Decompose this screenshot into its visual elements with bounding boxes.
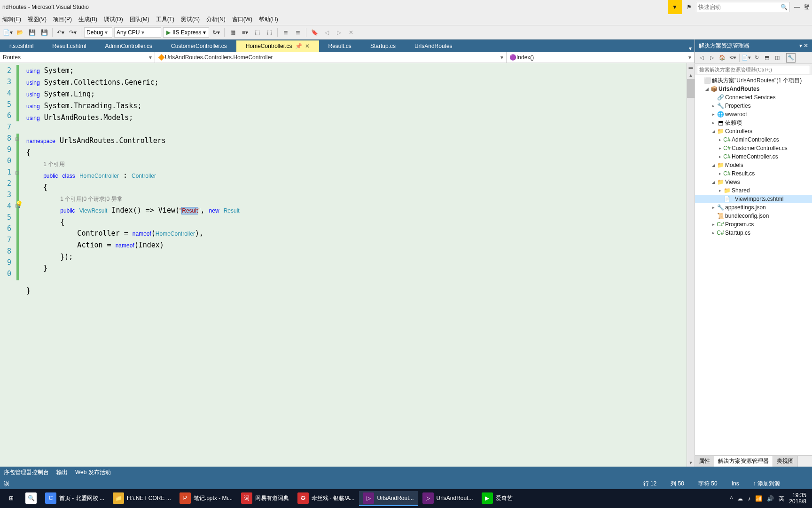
tray-wifi-icon[interactable]: 📶 bbox=[755, 495, 762, 502]
fwd-icon[interactable]: ▷ bbox=[707, 53, 717, 63]
tree-node[interactable]: ⬜解决方案"UrlsAndRoutes"(1 个项目) bbox=[695, 76, 812, 85]
tabs-overflow[interactable]: ▾ bbox=[686, 45, 695, 52]
pin-icon[interactable]: 📌 bbox=[295, 43, 302, 49]
tray-app-icon[interactable]: ♪ bbox=[748, 495, 750, 502]
tree-node[interactable]: ▸🌐wwwroot bbox=[695, 110, 812, 119]
tab-routes[interactable]: UrlsAndRoutes bbox=[405, 40, 462, 52]
run-button[interactable]: ▶IIS Express▾ bbox=[163, 27, 209, 38]
tab-result-cshtml[interactable]: Result.cshtml bbox=[43, 40, 95, 52]
tab-rts[interactable]: rts.cshtml bbox=[0, 40, 43, 52]
tray-chevron-icon[interactable]: ^ bbox=[730, 495, 733, 502]
quick-launch-input[interactable] bbox=[698, 4, 781, 10]
feedback-icon[interactable]: ⚑ bbox=[684, 2, 694, 12]
split-button[interactable]: ▬ bbox=[687, 63, 695, 71]
nav-class[interactable]: 🔶 UrlsAndRoutes.Controllers.HomeControll… bbox=[155, 52, 507, 63]
side-tab-class[interactable]: 类视图 bbox=[773, 456, 798, 467]
redo-button[interactable]: ↷▾ bbox=[68, 27, 78, 38]
solution-search[interactable] bbox=[695, 64, 812, 75]
side-tab-solution[interactable]: 解决方案资源管理器 bbox=[714, 456, 773, 467]
tree-node[interactable]: ◢📁Models bbox=[695, 161, 812, 169]
tab-customer[interactable]: CustomerController.cs bbox=[162, 40, 236, 52]
vertical-scrollbar[interactable]: ▬ ▲ ▼ bbox=[687, 63, 695, 467]
nav-member[interactable]: 🟣 Index() bbox=[507, 52, 695, 63]
solution-icon[interactable]: 📄▾ bbox=[742, 53, 751, 63]
scroll-down-icon[interactable]: ▼ bbox=[687, 459, 695, 467]
tree-node[interactable]: ◢📦UrlsAndRoutes bbox=[695, 85, 812, 93]
task-item[interactable]: ▷UrlsAndRout... bbox=[359, 491, 417, 506]
login-label[interactable]: 登 bbox=[804, 3, 810, 11]
code-editor[interactable]: 2 3 4 5 6 7 8 9 0 1 2 3 4 5 6 7 8 9 0 💡 … bbox=[0, 63, 695, 467]
tray-volume-icon[interactable]: 🔊 bbox=[767, 495, 774, 502]
tree-node[interactable]: 📄_ViewImports.cshtml bbox=[695, 195, 812, 203]
undo-button[interactable]: ↶▾ bbox=[55, 27, 66, 38]
config-combo[interactable]: Debug bbox=[84, 27, 112, 38]
nav-project[interactable]: Routes bbox=[0, 52, 155, 63]
back-icon[interactable]: ◁ bbox=[697, 53, 706, 63]
refresh-icon[interactable]: ↻ bbox=[752, 53, 761, 63]
fold-icon[interactable]: ⊟ bbox=[15, 170, 19, 175]
tree-node[interactable]: ▸C#Startup.cs bbox=[695, 229, 812, 237]
menu-window[interactable]: 窗口(W) bbox=[232, 16, 252, 24]
menu-view[interactable]: 视图(V) bbox=[28, 16, 47, 24]
tray-ime-icon[interactable]: 英 bbox=[779, 495, 784, 503]
open-button[interactable]: 📂 bbox=[15, 27, 25, 38]
show-all-icon[interactable]: ◫ bbox=[773, 53, 782, 63]
menu-help[interactable]: 帮助(H) bbox=[259, 16, 278, 24]
browser-link-button[interactable]: ↻▾ bbox=[211, 27, 221, 38]
tab-result-cs[interactable]: Result.cs bbox=[319, 40, 361, 52]
menu-tools[interactable]: 工具(T) bbox=[156, 16, 174, 24]
tb-icon[interactable]: ≣ bbox=[293, 27, 303, 38]
task-item[interactable]: ▷UrlsAndRout... bbox=[419, 491, 477, 506]
home-icon[interactable]: 🏠 bbox=[718, 53, 727, 63]
sync-icon[interactable]: ⟲▾ bbox=[728, 53, 737, 63]
menu-edit[interactable]: 编辑(E) bbox=[2, 16, 21, 24]
tree-node[interactable]: ▸C#AdminController.cs bbox=[695, 135, 812, 144]
tray-cloud-icon[interactable]: ☁ bbox=[737, 495, 743, 502]
tree-node[interactable]: ▸C#CustomerController.cs bbox=[695, 144, 812, 152]
task-item[interactable]: 📁H:\.NET CORE ... bbox=[109, 491, 175, 506]
minimize-button[interactable]: — bbox=[792, 2, 802, 12]
scroll-thumb[interactable] bbox=[687, 79, 695, 98]
panel-dropdown-icon[interactable]: ▾ ✕ bbox=[799, 42, 808, 49]
tb-icon[interactable]: ⬚ bbox=[252, 27, 262, 38]
menu-project[interactable]: 项目(P) bbox=[53, 16, 72, 24]
task-item[interactable]: C首页 - 北盟网校 ... bbox=[41, 491, 108, 506]
tree-node[interactable]: ▸📁Shared bbox=[695, 186, 812, 195]
tree-node[interactable]: ▸🔧Properties bbox=[695, 102, 812, 110]
tb-icon[interactable]: 🔖 bbox=[309, 27, 320, 38]
scroll-up-icon[interactable]: ▲ bbox=[687, 71, 695, 79]
task-item[interactable]: 词网易有道词典 bbox=[237, 491, 293, 506]
tb-icon[interactable]: ≣ bbox=[281, 27, 291, 38]
new-item-button[interactable]: 📄▾ bbox=[2, 27, 13, 38]
platform-combo[interactable]: Any CPU bbox=[114, 27, 161, 38]
tb-icon[interactable]: ▦ bbox=[227, 27, 238, 38]
tab-admin[interactable]: AdminController.cs bbox=[95, 40, 162, 52]
notification-icon[interactable]: ▼ bbox=[668, 0, 682, 14]
tree-node[interactable]: ▸⬒依赖项 bbox=[695, 119, 812, 127]
tb-icon[interactable]: ⬚ bbox=[264, 27, 274, 38]
task-item[interactable]: 🔍 bbox=[22, 491, 40, 506]
save-all-button[interactable]: 💾 bbox=[39, 27, 49, 38]
system-tray[interactable]: ^ ☁ ♪ 📶 🔊 英 19:352018/8 bbox=[730, 492, 810, 505]
task-item[interactable]: ⊞ bbox=[2, 491, 21, 506]
fold-icon[interactable]: ⊟ bbox=[15, 203, 19, 208]
properties-icon[interactable]: 🔧 bbox=[786, 53, 796, 63]
menu-test[interactable]: 测试(S) bbox=[181, 16, 200, 24]
tree-node[interactable]: ▸C#HomeController.cs bbox=[695, 152, 812, 161]
solution-tree[interactable]: ⬜解决方案"UrlsAndRoutes"(1 个项目)◢📦UrlsAndRout… bbox=[695, 75, 812, 455]
fold-icon[interactable]: ⊟ bbox=[15, 136, 19, 142]
close-icon[interactable]: ✕ bbox=[305, 43, 310, 49]
tree-node[interactable]: ▸C#Program.cs bbox=[695, 220, 812, 229]
tree-node[interactable]: ▸C#Result.cs bbox=[695, 169, 812, 178]
tree-node[interactable]: 📜bundleconfig.json bbox=[695, 212, 812, 220]
tab-startup[interactable]: Startup.cs bbox=[361, 40, 405, 52]
clock[interactable]: 19:352018/8 bbox=[789, 492, 806, 505]
tb-icon[interactable]: ✕ bbox=[346, 27, 356, 38]
side-tab-props[interactable]: 属性 bbox=[695, 456, 714, 467]
tab-output[interactable]: 输出 bbox=[56, 468, 68, 476]
tab-home[interactable]: HomeController.cs📌✕ bbox=[236, 40, 319, 52]
status-add[interactable]: ↑ 添加到源 bbox=[753, 480, 794, 488]
menu-build[interactable]: 生成(B) bbox=[78, 16, 97, 24]
tab-pkg[interactable]: 序包管理器控制台 bbox=[4, 468, 49, 476]
tree-node[interactable]: 🔗Connected Services bbox=[695, 93, 812, 102]
